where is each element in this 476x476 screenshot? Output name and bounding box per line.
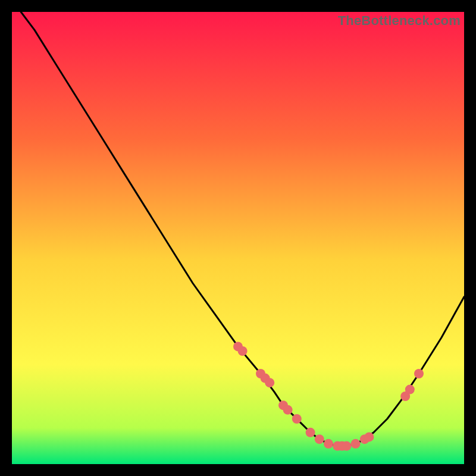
marker-point [414, 369, 424, 378]
marker-point [364, 432, 374, 441]
marker-point [306, 428, 315, 437]
marker-point [315, 434, 324, 444]
chart-svg [12, 12, 464, 464]
chart-frame: TheBottleneck.com [12, 12, 464, 464]
marker-point [238, 346, 248, 356]
marker-point [405, 385, 415, 394]
marker-point [265, 378, 274, 387]
gradient-background [12, 12, 464, 464]
marker-point [324, 439, 333, 449]
watermark-text: TheBottleneck.com [338, 13, 461, 29]
marker-point [283, 405, 293, 415]
marker-point [342, 441, 351, 451]
marker-point [292, 414, 302, 424]
marker-point [351, 439, 361, 449]
